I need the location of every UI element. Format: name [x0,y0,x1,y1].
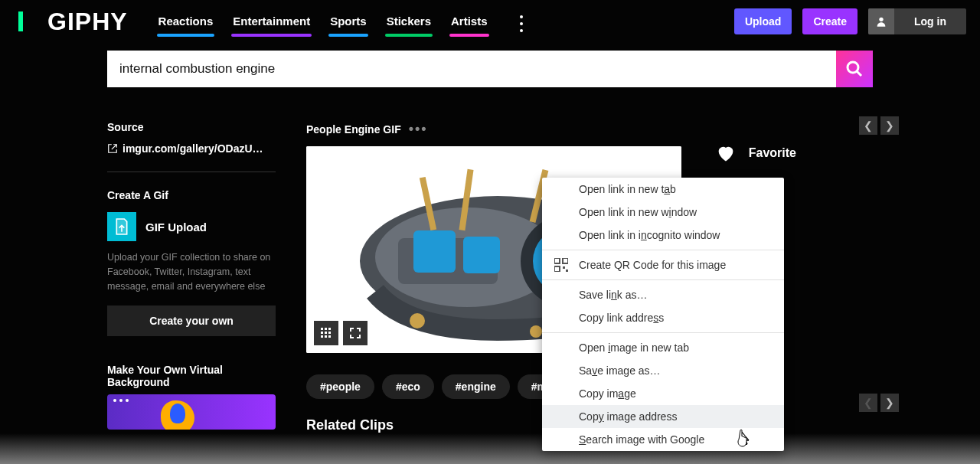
create-button[interactable]: Create [802,8,858,34]
tag-engine[interactable]: #engine [442,374,510,399]
svg-rect-23 [325,332,327,334]
nav-reactions[interactable]: Reactions [157,8,215,35]
context-menu-separator [542,250,784,250]
svg-rect-29 [563,258,568,263]
gif-title-row: People Engine GIF ••• [306,121,888,137]
svg-rect-11 [463,237,500,273]
gif-controls [314,321,368,345]
svg-rect-28 [554,258,560,263]
context-menu-item[interactable]: Copy link address [542,306,784,329]
login-link[interactable]: Log in [894,15,966,28]
context-menu: Open link in new tabOpen link in new win… [542,178,784,451]
grid-view-icon[interactable] [314,321,338,345]
more-icon[interactable]: ••• [409,121,428,137]
header: GIPHY Reactions Entertainment Sports Sti… [0,0,980,43]
create-gif-label: Create A Gif [107,189,276,201]
svg-line-2 [857,71,861,76]
tag-eco[interactable]: #eco [382,374,434,399]
favorite-label: Favorite [749,146,796,160]
context-menu-separator [542,279,784,280]
context-menu-item[interactable]: Save image as… [542,359,784,382]
context-menu-item[interactable]: Create QR Code for this image [542,253,784,276]
gif-upload-row[interactable]: GIF Upload [107,212,276,241]
context-menu-item[interactable]: Copy image [542,382,784,405]
nav-sports[interactable]: Sports [328,8,368,35]
context-menu-item[interactable]: Open link in incognito window [542,224,784,247]
context-menu-item[interactable]: Open link in new tab [542,178,784,201]
upload-button[interactable]: Upload [734,8,792,34]
gif-nav-arrows: ❮ ❯ [859,116,899,135]
nav-more-icon[interactable] [509,12,534,35]
tag-people[interactable]: #people [306,374,374,399]
brand-accent [18,11,23,31]
svg-rect-31 [563,266,565,269]
fullscreen-icon[interactable] [343,321,368,345]
svg-rect-19 [321,328,323,330]
next-gif-button[interactable]: ❯ [880,116,899,135]
svg-rect-30 [554,266,560,272]
divider [107,172,276,172]
upload-file-icon [107,212,136,241]
nav-entertainment[interactable]: Entertainment [231,8,312,35]
related-nav-arrows: ❮ ❯ [859,394,899,412]
virtual-bg-thumb[interactable] [107,394,276,430]
heart-icon [715,142,737,164]
gif-title: People Engine GIF [306,123,401,136]
svg-rect-10 [413,230,456,273]
svg-rect-25 [321,335,323,338]
sidebar: Source imgur.com/gallery/ODazU… Create A… [107,121,276,439]
related-prev-button[interactable]: ❮ [859,394,877,412]
svg-rect-26 [325,335,327,338]
svg-point-16 [530,325,542,338]
nav: Reactions Entertainment Sports Stickers … [157,8,534,35]
svg-rect-20 [325,328,327,330]
nav-stickers[interactable]: Stickers [385,8,433,35]
svg-rect-22 [321,332,323,334]
external-link-icon [107,143,118,154]
svg-rect-24 [328,332,331,334]
source-link[interactable]: imgur.com/gallery/ODazU… [107,142,276,155]
login-box[interactable]: Log in [868,8,966,34]
pointer-cursor-icon [735,429,753,450]
virtual-bg-label: Make Your Own Virtual Background [107,364,276,388]
svg-point-1 [848,62,858,73]
create-your-own-button[interactable]: Create your own [107,306,276,336]
prev-gif-button[interactable]: ❮ [859,116,877,135]
context-menu-separator [542,332,784,333]
context-menu-item[interactable]: Open image in new tab [542,336,784,359]
source-link-text: imgur.com/gallery/ODazU… [122,142,263,155]
gif-upload-description: Upload your GIF collection to share on F… [107,250,276,293]
source-label: Source [107,121,276,133]
svg-rect-32 [566,270,568,272]
search-bar [107,51,873,87]
context-menu-item[interactable]: Save link as… [542,283,784,306]
favorite-button[interactable]: Favorite [715,142,796,164]
svg-point-15 [410,313,425,328]
search-input[interactable] [107,51,836,87]
svg-point-0 [879,18,883,21]
gif-upload-label: GIF Upload [145,221,207,234]
logo[interactable]: GIPHY [47,8,128,36]
context-menu-item[interactable]: Copy image address [542,405,784,428]
avatar-icon [868,8,894,34]
nav-artists[interactable]: Artists [449,8,489,35]
search-button[interactable] [836,51,873,87]
search-icon [845,60,864,78]
qr-icon [554,258,568,272]
related-next-button[interactable]: ❯ [880,394,899,412]
svg-rect-21 [328,328,331,330]
svg-rect-27 [328,335,331,338]
context-menu-item[interactable]: Open link in new window [542,201,784,224]
bottom-fade [0,433,980,464]
